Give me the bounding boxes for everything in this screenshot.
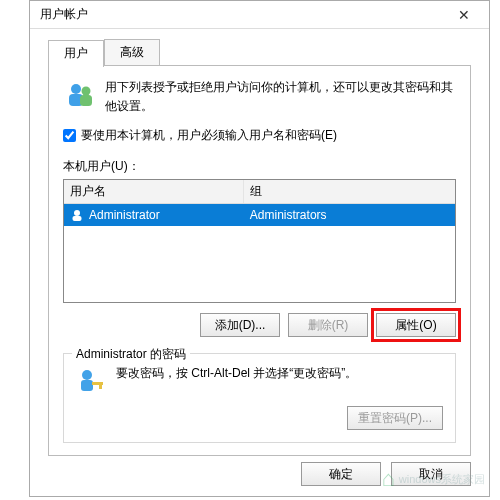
svg-point-6 [82, 370, 92, 380]
cell-username: Administrator [89, 208, 160, 222]
require-password-label: 要使用本计算机，用户必须输入用户名和密码(E) [81, 127, 337, 144]
close-button[interactable]: ✕ [445, 4, 483, 26]
column-group[interactable]: 组 [244, 180, 455, 203]
column-username[interactable]: 用户名 [64, 180, 244, 203]
svg-point-2 [82, 87, 91, 96]
cancel-button[interactable]: 取消 [391, 462, 471, 486]
dialog-body: 用户 高级 用下列表授予或拒绝用户访问你的计算机，还可以更改其密码和其他设置。 … [30, 29, 489, 468]
add-button[interactable]: 添加(D)... [200, 313, 280, 337]
close-icon: ✕ [458, 7, 470, 23]
remove-button: 删除(R) [288, 313, 368, 337]
key-icon [76, 364, 108, 396]
password-group: Administrator 的密码 要改密码，按 Ctrl-Alt-Del 并选… [63, 353, 456, 443]
tab-user[interactable]: 用户 [48, 40, 104, 67]
svg-point-4 [74, 210, 80, 216]
password-legend: Administrator 的密码 [72, 346, 190, 363]
require-password-checkbox[interactable]: 要使用本计算机，用户必须输入用户名和密码(E) [63, 127, 456, 144]
intro-row: 用下列表授予或拒绝用户访问你的计算机，还可以更改其密码和其他设置。 [63, 78, 456, 115]
svg-rect-7 [81, 380, 93, 391]
user-icon [70, 208, 84, 222]
user-accounts-dialog: 用户帐户 ✕ 用户 高级 用下列表授予或拒绝用户访问你的计算机，还可以更改其密码 [29, 0, 490, 497]
tab-advanced[interactable]: 高级 [104, 39, 160, 66]
cell-group: Administrators [244, 206, 455, 224]
svg-rect-3 [80, 95, 92, 106]
tabs: 用户 高级 [48, 39, 471, 66]
user-row-administrator[interactable]: Administrator Administrators [64, 204, 455, 226]
properties-button[interactable]: 属性(O) [376, 313, 456, 337]
user-list[interactable]: 用户名 组 Administrator Administrators [63, 179, 456, 303]
intro-text: 用下列表授予或拒绝用户访问你的计算机，还可以更改其密码和其他设置。 [105, 78, 456, 115]
dialog-title: 用户帐户 [40, 6, 88, 23]
ok-button[interactable]: 确定 [301, 462, 381, 486]
svg-rect-5 [73, 216, 82, 221]
dialog-button-row: 确定 取消 [301, 462, 471, 486]
list-button-row: 添加(D)... 删除(R) 属性(O) [63, 313, 456, 337]
svg-rect-9 [99, 382, 102, 389]
titlebar: 用户帐户 ✕ [30, 1, 489, 29]
reset-password-button: 重置密码(P)... [347, 406, 443, 430]
password-text: 要改密码，按 Ctrl-Alt-Del 并选择“更改密码”。 [116, 364, 357, 382]
users-icon [63, 78, 97, 112]
require-password-input[interactable] [63, 129, 76, 142]
local-users-label: 本机用户(U)： [63, 158, 456, 175]
svg-point-0 [71, 84, 81, 94]
tab-panel-user: 用下列表授予或拒绝用户访问你的计算机，还可以更改其密码和其他设置。 要使用本计算… [48, 65, 471, 456]
user-list-header: 用户名 组 [64, 180, 455, 204]
